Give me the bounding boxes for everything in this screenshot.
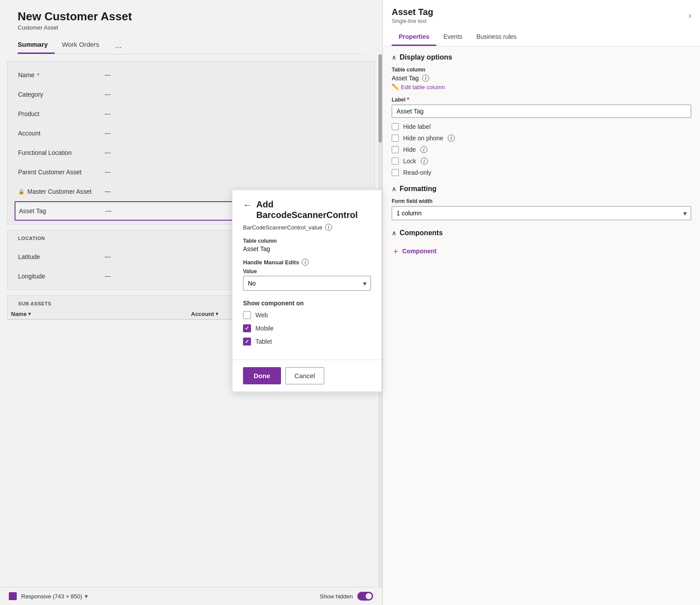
field-value-master-customer-asset[interactable]: ---: [105, 188, 111, 195]
show-on-mobile-label: Mobile: [255, 325, 273, 332]
label-input[interactable]: [392, 105, 691, 118]
display-options-section: ∧ Display options Table column Asset Tag…: [392, 53, 691, 176]
field-label-asset-tag: Asset Tag: [19, 207, 98, 214]
field-label-longitude: Longitude: [18, 273, 97, 280]
lock-info-icon: i: [421, 158, 428, 165]
show-hidden-label: Show hidden: [320, 593, 353, 600]
scrollbar-thumb[interactable]: [378, 54, 382, 143]
checkbox-hide-label: Hide label: [392, 123, 691, 130]
checkbox-hide: Hide i: [392, 146, 691, 153]
field-row-account: Account ---: [15, 124, 367, 143]
panel-collapse-icon[interactable]: ›: [689, 11, 691, 20]
responsive-icon: [9, 592, 17, 600]
main-form-area: New Customer Asset Customer Asset Summar…: [0, 0, 382, 605]
responsive-selector[interactable]: Responsive (743 × 850) ▾: [9, 592, 88, 600]
plus-icon: ＋: [392, 246, 400, 256]
dialog-table-column-label: Table column: [243, 238, 371, 244]
panel-title-row: Asset Tag Single-line text ›: [392, 7, 691, 24]
tab-more-button[interactable]: ...: [113, 38, 124, 54]
field-value-asset-tag[interactable]: ---: [105, 207, 112, 214]
show-on-tablet-checkbox[interactable]: [243, 338, 251, 346]
field-value-name[interactable]: ---: [105, 71, 111, 79]
hide-on-phone-text: Hide on phone: [403, 135, 443, 142]
display-options-title: Display options: [400, 53, 452, 61]
field-label-master-customer-asset: 🔒 Master Customer Asset: [18, 188, 97, 195]
formatting-section: ∧ Formatting Form field width 1 column 2…: [392, 185, 691, 220]
field-value-product[interactable]: ---: [105, 110, 111, 117]
page-title: New Customer Asset: [18, 10, 364, 23]
checkbox-lock: Lock i: [392, 158, 691, 165]
page-header: New Customer Asset Customer Asset Summar…: [0, 0, 382, 54]
formatting-header: ∧ Formatting: [392, 185, 691, 193]
dialog-inner: ← Add BarcodeScannerControl BarCodeScann…: [232, 190, 382, 360]
lock-checkbox[interactable]: [392, 158, 399, 165]
table-column-prop-label: Table column: [392, 67, 691, 73]
display-options-chevron-icon[interactable]: ∧: [392, 54, 396, 61]
field-label-account: Account: [18, 130, 97, 137]
panel-tab-events[interactable]: Events: [436, 30, 469, 46]
field-value-latitude[interactable]: ---: [105, 253, 111, 260]
display-options-header: ∧ Display options: [392, 53, 691, 61]
hide-label-text: Hide label: [403, 123, 430, 130]
hide-on-phone-info-icon: i: [448, 135, 455, 142]
tab-work-orders[interactable]: Work Orders: [62, 37, 106, 54]
sub-col-name: Name ▾: [11, 311, 191, 317]
hide-text: Hide: [403, 146, 416, 153]
show-on-mobile-checkbox[interactable]: [243, 324, 251, 332]
dialog-footer: Done Cancel: [232, 360, 382, 391]
show-on-tablet-row: Tablet: [243, 338, 371, 346]
components-chevron-icon[interactable]: ∧: [392, 229, 396, 237]
components-section: ∧ Components ＋ Component: [392, 229, 691, 260]
field-label-category: Category: [18, 91, 97, 98]
sort-icon-name: ▾: [28, 311, 31, 317]
read-only-checkbox[interactable]: [392, 169, 399, 176]
components-header: ∧ Components: [392, 229, 691, 237]
cancel-button[interactable]: Cancel: [285, 367, 325, 384]
show-on-web-row: Web: [243, 311, 371, 319]
dialog-subtitle: BarCodeScannerControl_value: [243, 224, 322, 231]
value-select[interactable]: No Yes: [243, 276, 371, 291]
panel-title: Asset Tag: [392, 7, 433, 17]
value-select-wrapper: No Yes: [243, 276, 371, 291]
hide-label-checkbox[interactable]: [392, 123, 399, 130]
subtitle-info-icon: i: [325, 224, 332, 231]
panel-tab-properties[interactable]: Properties: [392, 30, 436, 46]
dialog-handle-manual-edits-label: Handle Manual Edits i: [243, 259, 371, 266]
field-value-category[interactable]: ---: [105, 91, 111, 98]
form-field-width-select[interactable]: 1 column 2 columns 3 columns: [392, 206, 691, 220]
panel-tab-business-rules[interactable]: Business rules: [469, 30, 524, 46]
read-only-text: Read-only: [403, 169, 431, 176]
right-panel-header: Asset Tag Single-line text › Properties …: [383, 0, 700, 46]
required-indicator: *: [37, 72, 39, 79]
show-on-label: Show component on: [243, 300, 371, 307]
table-column-prop-row: Asset Tag i: [392, 75, 691, 82]
formatting-title: Formatting: [400, 185, 437, 193]
edit-table-column-link[interactable]: ✏️ Edit table column: [392, 83, 691, 90]
lock-icon: 🔒: [18, 188, 25, 195]
panel-body: ∧ Display options Table column Asset Tag…: [383, 46, 700, 605]
responsive-label-text: Responsive (743 × 850): [21, 593, 82, 600]
field-value-longitude[interactable]: ---: [105, 273, 111, 280]
done-button[interactable]: Done: [243, 367, 281, 384]
show-on-web-checkbox[interactable]: [243, 311, 251, 319]
field-row-product: Product ---: [15, 104, 367, 124]
dialog-table-column-value: Asset Tag: [243, 245, 371, 252]
form-field-width-wrapper: 1 column 2 columns 3 columns: [392, 206, 691, 220]
panel-tabs: Properties Events Business rules: [392, 30, 691, 46]
field-row-name: Name * ---: [15, 65, 367, 85]
dialog-title: Add BarcodeScannerControl: [256, 199, 371, 220]
show-hidden-toggle[interactable]: [357, 592, 373, 601]
field-label-functional-location: Functional Location: [18, 149, 97, 156]
field-value-parent-customer-asset[interactable]: ---: [105, 169, 111, 176]
hide-on-phone-checkbox[interactable]: [392, 135, 399, 142]
field-value-functional-location[interactable]: ---: [105, 149, 111, 156]
tab-summary[interactable]: Summary: [18, 37, 55, 54]
back-arrow-button[interactable]: ←: [243, 200, 252, 210]
add-component-label: Component: [402, 248, 437, 255]
responsive-chevron-icon: ▾: [85, 593, 88, 600]
formatting-chevron-icon[interactable]: ∧: [392, 185, 396, 192]
add-component-button[interactable]: ＋ Component: [392, 242, 691, 260]
field-value-account[interactable]: ---: [105, 130, 111, 137]
hide-checkbox[interactable]: [392, 146, 399, 153]
components-title: Components: [400, 229, 443, 237]
